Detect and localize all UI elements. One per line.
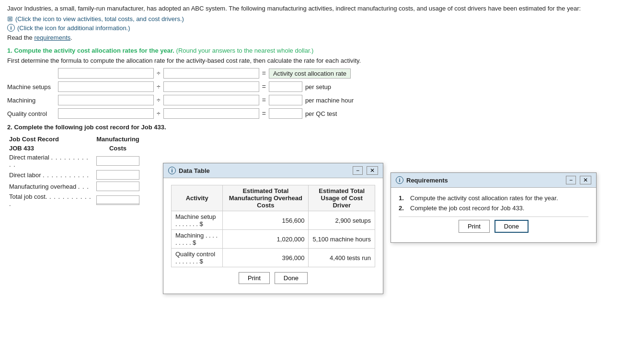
machining-dots: . . . . . . . . . $ [175,232,218,246]
req-info-icon: i [396,176,403,184]
divide-symbol-m: ÷ [157,96,161,104]
job-cost-table: Job Cost Record Manufacturing JOB 433 Co… [7,135,141,208]
equals-symbol-header: = [262,69,266,77]
equals-symbol-qc: = [262,110,266,117]
info-icon-1: i [7,24,15,32]
intro-text: Javor Industries, a small, family-run ma… [7,5,637,12]
quality-control-denominator[interactable] [163,108,259,119]
divide-symbol-qc: ÷ [157,110,161,117]
total-job-cost-input[interactable] [96,195,139,205]
mfg-overhead-input[interactable] [96,182,139,191]
formula-result-label: Activity cost allocation rate [269,68,351,79]
req-item-1-text: Compute the activity cost allocation rat… [410,194,558,202]
machine-setup-usage: 2,900 setups [309,211,375,230]
section2-title: 2. Complete the following job cost recor… [7,124,637,131]
data-table-print-btn[interactable]: Print [239,272,270,284]
divide-symbol-header: ÷ [157,69,161,77]
req-minimize-btn[interactable]: − [566,176,576,184]
direct-material-dots: . . . . . . . . . . . [9,154,89,168]
requirements-link[interactable]: requirements [34,34,70,41]
direct-labor-label: Direct labor . . . . . . . . . . . [7,169,94,181]
machining-usage: 5,100 machine hours [309,230,375,249]
machining-denominator[interactable] [163,95,259,105]
data-table-row: Quality control . . . . . . . $ 396,000 … [172,249,375,267]
req-close-btn[interactable]: ✕ [580,176,591,184]
formula-header-row: ÷ = Activity cost allocation rate [7,68,637,79]
data-table-modal-header: i Data Table − ✕ [163,163,383,178]
requirements-modal: i Requirements − ✕ 1. Compute the activi… [391,172,597,243]
quality-control-overhead: 396,000 [223,249,309,267]
data-table-modal-title: Data Table [179,167,210,174]
data-table-row: Machine setup . . . . . . . $ 156,600 2,… [172,211,375,230]
machine-setup-dots: . . . . . . . $ [175,220,203,228]
machining-unit: per machine hour [305,97,354,104]
quality-control-result[interactable] [269,108,302,119]
req-item-2-num: 2. [399,205,406,212]
data-table: Activity Estimated Total Manufacturing O… [171,185,375,267]
direct-material-input-cell [94,153,141,169]
machining-label: Machining [7,97,55,104]
overhead-col-header: Estimated Total Manufacturing Overhead C… [223,185,309,211]
job-cost-col1-header: Job Cost Record [7,135,94,144]
grid-icon: ⊞ [7,15,13,23]
quality-control-activity: Quality control . . . . . . . $ [172,249,223,267]
req-item-1: 1. Compute the activity cost allocation … [399,194,588,202]
section1-title: 1. Compute the activity cost allocation … [7,47,637,54]
direct-labor-input-cell [94,169,141,181]
direct-labor-dots: . . . . . . . . . . . [43,171,89,179]
machine-setups-label: Machine setups [7,83,55,91]
direct-material-input[interactable] [96,156,139,166]
machine-setups-result[interactable] [269,81,302,92]
table-row: Direct material . . . . . . . . . . . [7,153,141,169]
additional-info-link[interactable]: (Click the icon for additional informati… [17,24,130,32]
direct-material-label: Direct material . . . . . . . . . . . [7,153,94,169]
quality-control-usage: 4,400 tests run [309,249,375,267]
formula-numerator-header[interactable] [58,68,154,79]
machine-setup-activity: Machine setup . . . . . . . $ [172,211,223,230]
req-item-2-text: Complete the job cost record for Job 433… [410,205,524,212]
req-modal-footer: Print Done [399,216,588,236]
machine-setups-unit: per setup [305,83,331,91]
machining-overhead: 1,020,000 [223,230,309,249]
machining-result[interactable] [269,95,302,105]
table-row: Total job cost. . . . . . . . . . . . [7,192,141,208]
activity-col-header: Activity [172,185,223,211]
req-done-btn[interactable]: Done [494,220,529,233]
table-row: Direct labor . . . . . . . . . . . [7,169,141,181]
req-print-btn[interactable]: Print [459,220,490,233]
quality-control-numerator[interactable] [58,108,154,119]
req-modal-title: Requirements [406,177,448,184]
quality-control-dots: . . . . . . . $ [175,258,203,265]
quality-control-row: Quality control ÷ = per QC test [7,108,637,119]
machine-setups-row: Machine setups ÷ = per setup [7,81,637,92]
data-table-modal-footer: Print Done [171,267,375,287]
costs-label: Costs [94,144,141,153]
req-list: 1. Compute the activity cost allocation … [399,194,588,212]
direct-labor-input[interactable] [96,170,139,180]
activities-link[interactable]: (Click the icon to view activities, tota… [15,15,184,23]
total-job-cost-input-cell [94,192,141,208]
machining-row: Machining ÷ = per machine hour [7,95,637,105]
data-table-modal-body: Activity Estimated Total Manufacturing O… [163,178,383,294]
data-table-done-btn[interactable]: Done [275,272,308,284]
machine-setup-overhead: 156,600 [223,211,309,230]
mfg-overhead-label: Manufacturing overhead . . . [7,181,94,192]
read-req: Read the requirements. [7,34,637,41]
job-cost-col2-header: Manufacturing [94,135,141,144]
data-table-row: Machining . . . . . . . . . $ 1,020,000 … [172,230,375,249]
req-item-1-num: 1. [399,194,406,202]
data-table-minimize-btn[interactable]: − [353,166,363,175]
mfg-overhead-dots: . . . [78,183,89,190]
data-table-close-btn[interactable]: ✕ [367,166,378,175]
usage-col-header: Estimated Total Usage of Cost Driver [309,185,375,211]
quality-control-label: Quality control [7,110,55,117]
machining-activity: Machining . . . . . . . . . $ [172,230,223,249]
machine-setups-numerator[interactable] [58,81,154,92]
job-label: JOB 433 [7,144,94,153]
formula-denominator-header[interactable] [163,68,259,79]
machining-numerator[interactable] [58,95,154,105]
data-table-modal: i Data Table − ✕ Activity Estimated Tota… [163,163,383,294]
divide-symbol-ms: ÷ [157,83,161,91]
total-job-cost-dots: . . . . . . . . . . . [9,193,92,207]
machine-setups-denominator[interactable] [163,81,259,92]
